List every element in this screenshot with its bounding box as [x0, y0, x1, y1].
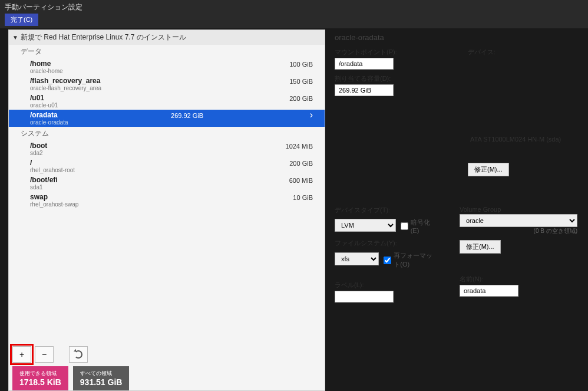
device-entry[interactable]: ATA ST1000LM024 HN-M (sda)	[468, 133, 577, 157]
detail-title: oracle-oradata	[335, 33, 577, 42]
reload-icon	[74, 350, 82, 359]
partition-row[interactable]: /homeoracle-home 100 GiB	[9, 58, 325, 75]
page-title: 手動パーティション設定	[5, 2, 583, 12]
devices-label: デバイス:	[468, 48, 577, 57]
section-system: システム	[9, 127, 325, 140]
available-space: 使用できる領域 1718.5 KiB	[12, 366, 68, 390]
fs-label: ファイルシステム(Y):	[335, 239, 436, 248]
partition-tree: ▼ 新規で Red Hat Enterprise Linux 7.7 のインスト…	[8, 29, 325, 391]
partition-row[interactable]: /rhel_orahost-root 200 GiB	[9, 157, 325, 175]
section-data: データ	[9, 45, 325, 58]
fs-select[interactable]: xfs	[335, 252, 379, 265]
partition-details: oracle-oradata マウントポイント(P): 割り当てる容量(D): …	[325, 29, 587, 391]
reformat-checkbox[interactable]: 再フォーマット(O)	[384, 251, 436, 269]
vg-select[interactable]: oracle	[460, 214, 577, 227]
install-header[interactable]: ▼ 新規で Red Hat Enterprise Linux 7.7 のインスト…	[9, 30, 325, 45]
done-button[interactable]: 完了(C)	[5, 14, 38, 26]
mountpoint-label: マウントポイント(P):	[335, 48, 444, 57]
modify-vg-button[interactable]: 修正(M)...	[460, 240, 501, 254]
partition-row[interactable]: swaprhel_orahost-swap 10 GiB	[9, 192, 325, 209]
remove-partition-button[interactable]: −	[35, 346, 54, 363]
partition-row[interactable]: /bootsda2 1024 MiB	[9, 140, 325, 157]
capacity-input[interactable]	[335, 84, 394, 96]
partition-row[interactable]: /boot/efisda1 600 MiB	[9, 175, 325, 192]
collapse-arrow-icon: ▼	[12, 34, 18, 41]
capacity-label: 割り当てる容量(D):	[335, 74, 444, 83]
partition-row-selected[interactable]: /oradataoracle-oradata 269.92 GiB	[9, 110, 325, 127]
vg-free: (0 B の空き領域)	[460, 227, 577, 235]
mountpoint-input[interactable]	[335, 58, 394, 70]
devtype-select[interactable]: LVM	[335, 219, 396, 232]
modify-device-button[interactable]: 修正(M)...	[468, 163, 509, 176]
total-space: すべての領域 931.51 GiB	[73, 366, 130, 390]
label-input[interactable]	[335, 291, 394, 303]
vg-label: Volume Group	[460, 206, 577, 213]
name-label: 名前(N):	[460, 275, 577, 284]
partition-row[interactable]: /u01oracle-u01 200 GiB	[9, 93, 325, 110]
devtype-label: デバイスタイプ(T):	[335, 206, 436, 215]
label-label: ラベル(L):	[335, 281, 436, 290]
add-partition-button[interactable]: +	[12, 346, 31, 363]
partition-row[interactable]: /flash_recovery_areaoracle-flash_recover…	[9, 75, 325, 93]
name-input[interactable]	[460, 285, 518, 297]
reload-button[interactable]	[69, 346, 88, 363]
encrypt-checkbox[interactable]: 暗号化(E)	[401, 218, 436, 234]
